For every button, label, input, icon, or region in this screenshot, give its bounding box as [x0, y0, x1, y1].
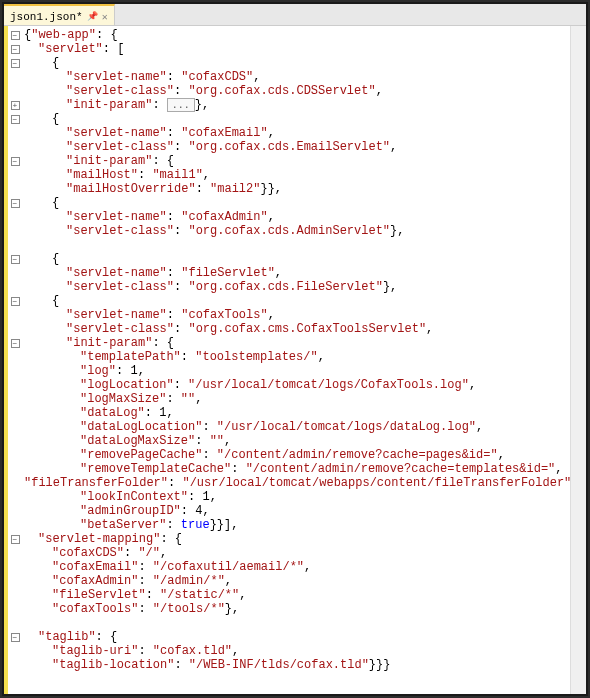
code-line[interactable]: {	[24, 294, 570, 308]
fold-toggle-icon[interactable]: −	[11, 297, 20, 306]
code-line[interactable]: "servlet-class": "org.cofax.cds.FileServ…	[24, 280, 570, 294]
collapsed-region[interactable]: ...	[167, 98, 195, 112]
code-line[interactable]: "init-param": {	[24, 336, 570, 350]
code-line[interactable]: "mailHostOverride": "mail2"}},	[24, 182, 570, 196]
code-line[interactable]: "init-param": ...},	[24, 98, 570, 112]
code-line[interactable]: "servlet": [	[24, 42, 570, 56]
fold-toggle-icon[interactable]: −	[11, 31, 20, 40]
code-line[interactable]: "lookInContext": 1,	[24, 490, 570, 504]
code-line[interactable]: "logLocation": "/usr/local/tomcat/logs/C…	[24, 378, 570, 392]
close-icon[interactable]: ✕	[102, 11, 108, 23]
code-line[interactable]: "removePageCache": "/content/admin/remov…	[24, 448, 570, 462]
code-line[interactable]: "servlet-name": "cofaxAdmin",	[24, 210, 570, 224]
code-line[interactable]: "adminGroupID": 4,	[24, 504, 570, 518]
code-line[interactable]: "servlet-name": "cofaxEmail",	[24, 126, 570, 140]
code-line[interactable]: "betaServer": true}}],	[24, 518, 570, 532]
code-line[interactable]: {	[24, 196, 570, 210]
code-line[interactable]: "servlet-mapping": {	[24, 532, 570, 546]
code-line[interactable]: "servlet-class": "org.cofax.cms.CofaxToo…	[24, 322, 570, 336]
code-line[interactable]: "cofaxTools": "/tools/*"},	[24, 602, 570, 616]
code-line[interactable]: "dataLogMaxSize": "",	[24, 434, 570, 448]
code-line[interactable]: "taglib-location": "/WEB-INF/tlds/cofax.…	[24, 658, 570, 672]
code-line[interactable]: "init-param": {	[24, 154, 570, 168]
fold-toggle-icon[interactable]: −	[11, 535, 20, 544]
code-line[interactable]: {	[24, 112, 570, 126]
code-line[interactable]: "cofaxEmail": "/cofaxutil/aemail/*",	[24, 560, 570, 574]
code-line[interactable]: "fileServlet": "/static/*",	[24, 588, 570, 602]
fold-gutter: −−−+−−−−−−−−	[8, 26, 22, 694]
code-line[interactable]	[24, 616, 570, 630]
tab-title: json1.json*	[10, 11, 83, 23]
code-line[interactable]: "templatePath": "toolstemplates/",	[24, 350, 570, 364]
fold-toggle-icon[interactable]: −	[11, 199, 20, 208]
fold-toggle-icon[interactable]: +	[11, 101, 20, 110]
code-line[interactable]: "cofaxCDS": "/",	[24, 546, 570, 560]
code-line[interactable]: {	[24, 56, 570, 70]
fold-toggle-icon[interactable]: −	[11, 339, 20, 348]
tab-bar: json1.json* 📌 ✕	[4, 4, 586, 26]
fold-toggle-icon[interactable]: −	[11, 59, 20, 68]
code-line[interactable]	[24, 238, 570, 252]
code-line[interactable]: {	[24, 252, 570, 266]
code-area[interactable]: {"web-app": {"servlet": [{"servlet-name"…	[22, 26, 570, 694]
code-line[interactable]: "dataLog": 1,	[24, 406, 570, 420]
fold-toggle-icon[interactable]: −	[11, 115, 20, 124]
code-line[interactable]: "servlet-name": "fileServlet",	[24, 266, 570, 280]
code-line[interactable]: "taglib-uri": "cofax.tld",	[24, 644, 570, 658]
code-line[interactable]: "removeTemplateCache": "/content/admin/r…	[24, 462, 570, 476]
code-line[interactable]: "servlet-name": "cofaxTools",	[24, 308, 570, 322]
code-line[interactable]: "fileTransferFolder": "/usr/local/tomcat…	[24, 476, 570, 490]
code-line[interactable]: "taglib": {	[24, 630, 570, 644]
code-line[interactable]: "servlet-name": "cofaxCDS",	[24, 70, 570, 84]
vertical-scrollbar[interactable]	[570, 26, 586, 694]
code-line[interactable]: "mailHost": "mail1",	[24, 168, 570, 182]
fold-toggle-icon[interactable]: −	[11, 633, 20, 642]
pin-icon[interactable]: 📌	[87, 11, 98, 22]
fold-toggle-icon[interactable]: −	[11, 45, 20, 54]
editor-body: −−−+−−−−−−−− {"web-app": {"servlet": [{"…	[4, 26, 586, 694]
code-line[interactable]: {"web-app": {	[24, 28, 570, 42]
code-line[interactable]: "dataLogLocation": "/usr/local/tomcat/lo…	[24, 420, 570, 434]
file-tab[interactable]: json1.json* 📌 ✕	[4, 4, 115, 25]
fold-toggle-icon[interactable]: −	[11, 157, 20, 166]
code-line[interactable]: "servlet-class": "org.cofax.cds.CDSServl…	[24, 84, 570, 98]
code-line[interactable]: "servlet-class": "org.cofax.cds.EmailSer…	[24, 140, 570, 154]
editor-window: json1.json* 📌 ✕ −−−+−−−−−−−− {"web-app":…	[2, 2, 588, 696]
fold-toggle-icon[interactable]: −	[11, 255, 20, 264]
code-line[interactable]: "logMaxSize": "",	[24, 392, 570, 406]
code-line[interactable]: "servlet-class": "org.cofax.cds.AdminSer…	[24, 224, 570, 238]
code-line[interactable]: "cofaxAdmin": "/admin/*",	[24, 574, 570, 588]
code-line[interactable]: "log": 1,	[24, 364, 570, 378]
